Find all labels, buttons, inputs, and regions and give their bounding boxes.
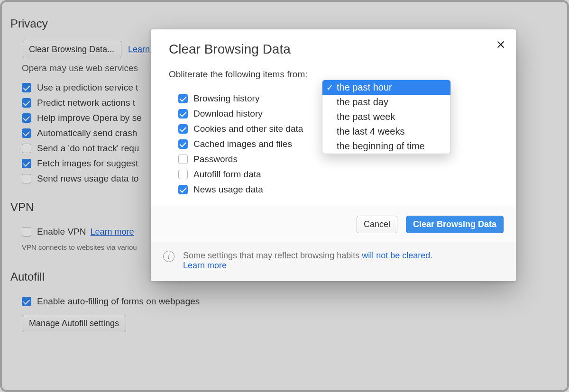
enable-vpn-label: Enable VPN — [37, 227, 86, 237]
will-not-be-cleared-link[interactable]: will not be cleared — [362, 251, 430, 260]
cancel-button[interactable]: Cancel — [357, 216, 397, 233]
privacy-option-label: Predict network actions t — [37, 98, 135, 108]
enable-autofill-label: Enable auto-filling of forms on webpages — [37, 296, 200, 307]
dialog-option-label: Passwords — [193, 154, 238, 164]
dialog-option-row: News usage data — [178, 182, 498, 197]
dialog-option-checkbox[interactable] — [178, 124, 188, 134]
time-range-option[interactable]: the past hour — [322, 80, 450, 95]
dialog-option-label: Cached images and files — [193, 139, 292, 149]
vpn-learn-more-link[interactable]: Learn more — [91, 227, 134, 237]
dialog-option-row: Autofill form data — [178, 167, 498, 182]
privacy-option-checkbox[interactable] — [22, 98, 31, 108]
footnote-learn-more-link[interactable]: Learn more — [183, 261, 227, 270]
obliterate-prompt: Obliterate the following items from: — [169, 69, 308, 80]
privacy-option-label: Help improve Opera by se — [37, 113, 142, 123]
footnote-suffix: . — [430, 251, 432, 260]
dialog-option-checkbox[interactable] — [178, 170, 188, 179]
privacy-option-label: Send a 'do not track' requ — [37, 143, 139, 154]
privacy-option-checkbox[interactable] — [22, 83, 31, 92]
privacy-heading: Privacy — [10, 17, 559, 30]
privacy-option-label: Send news usage data to — [37, 173, 138, 184]
privacy-option-checkbox[interactable] — [22, 174, 31, 183]
dialog-option-label: News usage data — [193, 184, 263, 195]
enable-vpn-checkbox[interactable] — [22, 227, 31, 237]
dialog-option-checkbox[interactable] — [178, 94, 188, 103]
privacy-option-label: Fetch images for suggest — [37, 158, 138, 169]
dialog-title: Clear Browsing Data — [169, 42, 498, 57]
dialog-option-label: Download history — [193, 109, 263, 119]
privacy-option-checkbox[interactable] — [22, 113, 31, 123]
time-range-option[interactable]: the beginning of time — [322, 139, 450, 154]
clear-browsing-data-confirm-button[interactable]: Clear Browsing Data — [406, 216, 504, 233]
time-range-option[interactable]: the last 4 weeks — [322, 124, 450, 139]
privacy-option-checkbox[interactable] — [22, 128, 31, 138]
privacy-option-label: Automatically send crash — [37, 128, 137, 138]
dialog-option-label: Cookies and other site data — [193, 124, 303, 134]
manage-autofill-button[interactable]: Manage Autofill settings — [22, 315, 126, 332]
time-range-dropdown[interactable]: the past hourthe past daythe past weekth… — [322, 80, 451, 154]
time-range-option[interactable]: the past day — [322, 95, 450, 109]
close-icon[interactable] — [494, 38, 507, 51]
dialog-footnote: i Some settings that may reflect browsin… — [151, 242, 516, 281]
dialog-option-label: Autofill form data — [193, 169, 261, 180]
footnote-text: Some settings that may reflect browsing … — [183, 251, 362, 260]
clear-browsing-data-button[interactable]: Clear Browsing Data... — [22, 41, 121, 58]
dialog-option-checkbox[interactable] — [178, 185, 188, 194]
dialog-footer: Cancel Clear Browsing Data — [151, 207, 516, 242]
dialog-option-label: Browsing history — [193, 93, 259, 104]
dialog-option-checkbox[interactable] — [178, 139, 188, 149]
clear-browsing-data-dialog: Clear Browsing Data Obliterate the follo… — [151, 29, 516, 281]
privacy-option-label: Use a prediction service t — [37, 82, 138, 93]
dialog-option-checkbox[interactable] — [178, 109, 188, 119]
privacy-option-checkbox[interactable] — [22, 144, 31, 153]
enable-autofill-checkbox[interactable] — [22, 297, 31, 306]
info-icon: i — [163, 251, 174, 262]
dialog-option-checkbox[interactable] — [178, 155, 188, 164]
privacy-option-checkbox[interactable] — [22, 159, 31, 168]
time-range-option[interactable]: the past week — [322, 109, 450, 124]
